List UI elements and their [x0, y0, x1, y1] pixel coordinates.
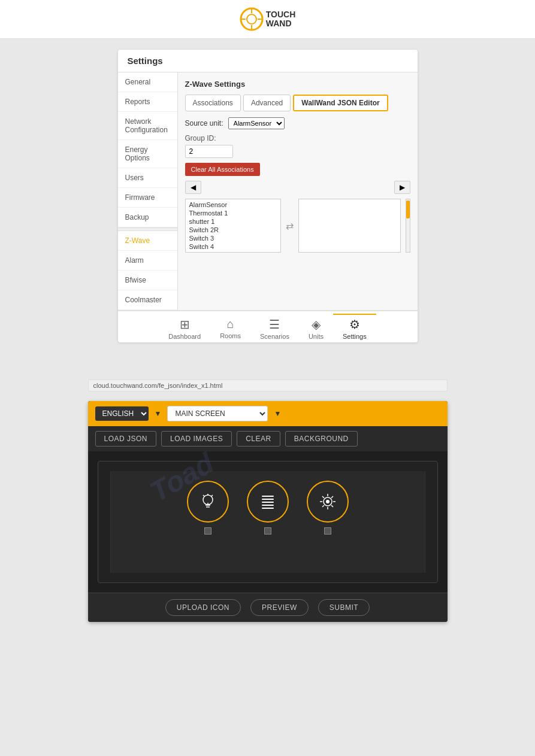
nav-rooms[interactable]: ⌂ Rooms — [210, 314, 250, 342]
group-id-input[interactable] — [185, 145, 233, 158]
editor-bottom-bar: UPLOAD ICON PREVIEW SUBMIT — [88, 593, 448, 622]
svg-rect-15 — [262, 502, 274, 503]
settings-title: Settings — [118, 50, 418, 72]
sidebar-item-firmware[interactable]: Firmware — [118, 188, 177, 208]
scrollbar-thumb — [406, 201, 410, 218]
sidebar-item-network[interactable]: Network Configuration — [118, 112, 177, 140]
svg-line-26 — [322, 505, 324, 507]
device-item[interactable]: Switch 2R — [188, 226, 278, 234]
icon-cell-scene[interactable] — [307, 481, 349, 563]
tab-associations[interactable]: Associations — [185, 95, 241, 111]
logo: TOUCH WAND — [240, 7, 296, 31]
nav-scenarios[interactable]: ☰ Scenarios — [250, 314, 299, 342]
clear-associations-button[interactable]: Clear All Associations — [185, 163, 260, 176]
scene-icon-circle — [307, 481, 349, 523]
editor-panel: Toad ENGLISH HEBREW ARABIC ▼ MAIN SCREEN… — [88, 401, 448, 622]
tab-advanced[interactable]: Advanced — [243, 95, 291, 111]
rooms-icon: ⌂ — [227, 317, 234, 331]
source-unit-label: Source unit: — [185, 119, 223, 127]
nav-settings-label: Settings — [343, 333, 367, 340]
logo-text: TOUCH WAND — [266, 10, 296, 29]
nav-units[interactable]: ◈ Units — [299, 314, 333, 342]
blinds-icon-circle — [247, 481, 289, 523]
svg-line-23 — [322, 496, 324, 498]
logo-icon — [240, 7, 264, 31]
device-item[interactable]: shutter 1 — [188, 217, 278, 226]
device-item[interactable]: Switch 5 — [188, 251, 278, 253]
device-item[interactable]: Thermostat 1 — [188, 209, 278, 217]
scrollbar[interactable] — [406, 199, 410, 253]
icon-cell-blinds[interactable] — [247, 481, 289, 563]
sidebar-item-coolmaster[interactable]: Coolmaster — [118, 290, 177, 310]
right-arrow-button[interactable]: ▶ — [394, 181, 410, 194]
background-button[interactable]: BACKGROUND — [285, 431, 358, 447]
device-item[interactable]: Switch 3 — [188, 234, 278, 242]
nav-dashboard[interactable]: ⊞ Dashboard — [159, 314, 210, 342]
settings-icon: ⚙ — [349, 317, 360, 332]
sidebar: General Reports Network Configuration En… — [118, 72, 178, 310]
screen-select[interactable]: MAIN SCREEN SECONDARY SCREEN — [167, 406, 268, 421]
group-id-label: Group ID: — [185, 134, 410, 142]
scene-checkbox[interactable] — [324, 527, 331, 535]
bulb-checkbox[interactable] — [204, 527, 211, 535]
svg-line-11 — [203, 495, 204, 496]
nav-scenarios-label: Scenarios — [260, 333, 289, 340]
dashboard-icon: ⊞ — [180, 317, 190, 332]
icon-cell-bulb[interactable] — [187, 481, 229, 563]
preview-button[interactable]: PREVIEW — [250, 599, 309, 616]
sidebar-item-energy[interactable]: Energy Options — [118, 140, 177, 168]
source-unit-select[interactable]: AlarmSensor Thermostat Switch — [228, 117, 285, 129]
editor-toolbar: ENGLISH HEBREW ARABIC ▼ MAIN SCREEN SECO… — [88, 401, 448, 426]
device-target-area[interactable] — [298, 199, 401, 253]
transfer-icon: ⇄ — [286, 199, 294, 253]
tab-wallwand[interactable]: WallWand JSON Editor — [293, 95, 388, 111]
sidebar-item-zwave[interactable]: Z-Wave — [118, 231, 177, 251]
nav-settings[interactable]: ⚙ Settings — [333, 314, 376, 342]
svg-rect-13 — [262, 496, 274, 497]
device-list[interactable]: AlarmSensor Thermostat 1 shutter 1 Switc… — [185, 199, 281, 253]
load-images-button[interactable]: LOAD IMAGES — [161, 431, 232, 447]
upload-icon-button[interactable]: UPLOAD ICON — [165, 599, 241, 616]
arrow-row: ◀ ▶ — [185, 181, 410, 194]
svg-rect-14 — [262, 499, 274, 500]
left-arrow-button[interactable]: ◀ — [185, 181, 201, 194]
editor-actions: LOAD JSON LOAD IMAGES CLEAR BACKGROUND — [88, 426, 448, 451]
zwave-content: Z-Wave Settings Associations Advanced Wa… — [178, 72, 418, 310]
sidebar-item-backup[interactable]: Backup — [118, 208, 177, 227]
svg-point-27 — [326, 500, 330, 503]
sidebar-item-alarm[interactable]: Alarm — [118, 251, 177, 271]
icon-area — [98, 461, 438, 583]
svg-line-10 — [211, 495, 213, 496]
svg-rect-17 — [262, 508, 274, 509]
bulb-icon — [198, 492, 217, 511]
sidebar-item-reports[interactable]: Reports — [118, 92, 177, 112]
svg-line-24 — [331, 505, 333, 507]
icon-grid — [110, 471, 425, 573]
load-json-button[interactable]: LOAD JSON — [95, 431, 157, 447]
nav-rooms-label: Rooms — [220, 332, 241, 339]
clear-button[interactable]: CLEAR — [237, 431, 280, 447]
sidebar-item-general[interactable]: General — [118, 72, 177, 92]
sidebar-item-users[interactable]: Users — [118, 168, 177, 188]
source-unit-row: Source unit: AlarmSensor Thermostat Swit… — [185, 117, 410, 129]
sidebar-item-bfwise[interactable]: Bfwise — [118, 271, 177, 290]
nav-units-label: Units — [309, 333, 324, 340]
device-area: AlarmSensor Thermostat 1 shutter 1 Switc… — [185, 199, 410, 253]
svg-line-25 — [331, 496, 333, 498]
blinds-icon — [258, 492, 277, 511]
device-item[interactable]: AlarmSensor — [188, 201, 278, 209]
nav-dashboard-label: Dashboard — [168, 333, 201, 340]
blinds-checkbox[interactable] — [264, 527, 271, 535]
svg-rect-16 — [262, 505, 274, 506]
submit-button[interactable]: SUBMIT — [318, 599, 370, 616]
zwave-tabs: Associations Advanced WallWand JSON Edit… — [185, 95, 410, 111]
settings-panel: Settings General Reports Network Configu… — [118, 50, 418, 342]
device-item[interactable]: Switch 4 — [188, 242, 278, 251]
units-icon: ◈ — [312, 317, 321, 332]
bottom-nav: ⊞ Dashboard ⌂ Rooms ☰ Scenarios ◈ Units … — [118, 310, 418, 342]
url-bar: cloud.touchwand.com/fe_json/index_x1.htm… — [88, 379, 448, 391]
zwave-section-title: Z-Wave Settings — [185, 80, 410, 89]
icon-grid-area — [88, 451, 448, 593]
language-select[interactable]: ENGLISH HEBREW ARABIC — [95, 406, 149, 421]
header: TOUCH WAND — [0, 0, 535, 39]
